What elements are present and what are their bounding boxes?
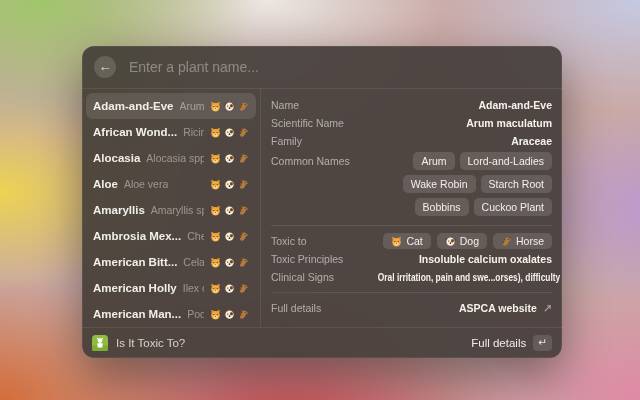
horse-icon	[238, 179, 249, 190]
horse-icon	[238, 283, 249, 294]
horse-icon	[238, 101, 249, 112]
search-bar: ←	[82, 46, 562, 89]
toxicity-icons	[210, 231, 249, 242]
toxic-to-horse-tag: Horse	[493, 233, 552, 249]
cat-icon	[210, 179, 221, 190]
cat-icon	[210, 101, 221, 112]
detail-value: Adam-and-Eve	[478, 99, 552, 111]
back-button[interactable]: ←	[94, 56, 116, 78]
external-link-icon: ↗	[543, 302, 552, 315]
aspca-website-link[interactable]: ASPCA website ↗	[459, 302, 552, 315]
plant-title: Adam-and-Eve	[93, 100, 174, 112]
full-details-action-button[interactable]: Full details ↵	[471, 335, 552, 351]
detail-panel: Name Adam-and-Eve Scientific Name Arum m…	[261, 89, 562, 327]
plant-title: American Man...	[93, 308, 181, 320]
dog-icon	[224, 283, 235, 294]
dog-icon	[224, 179, 235, 190]
action-bar: Is It Toxic To? Full details ↵	[82, 327, 562, 358]
plant-subtitle: Podophyl...	[187, 308, 204, 320]
content-area: Adam-and-Eve Arum mac... African Wond...…	[82, 89, 562, 327]
launcher-window: ← Adam-and-Eve Arum mac... African Wond.…	[82, 46, 562, 358]
back-arrow-icon: ←	[99, 56, 112, 78]
list-item[interactable]: Ambrosia Mex... Chenopo...	[86, 223, 256, 249]
plant-subtitle: Celastrus...	[183, 256, 204, 268]
plant-subtitle: Ilex opaca	[183, 282, 204, 294]
detail-row-scientific-name: Scientific Name Arum maculatum	[271, 114, 552, 132]
desktop-background: ← Adam-and-Eve Arum mac... African Wond.…	[0, 0, 640, 400]
search-input[interactable]	[127, 58, 550, 76]
app-icon	[92, 335, 108, 351]
list-item[interactable]: American Bitt... Celastrus...	[86, 249, 256, 275]
list-item[interactable]: Adam-and-Eve Arum mac...	[86, 93, 256, 119]
list-item[interactable]: Alocasia Alocasia spp.	[86, 145, 256, 171]
dog-icon	[445, 236, 456, 247]
detail-row-toxic-principles: Toxic Principles Insoluble calcium oxala…	[271, 250, 552, 268]
toxicity-icons	[210, 257, 249, 268]
tag: Starch Root	[481, 175, 552, 193]
dog-icon	[224, 153, 235, 164]
detail-row-family: Family Araceae	[271, 132, 552, 150]
tag-label: Dog	[460, 235, 479, 247]
horse-icon	[238, 205, 249, 216]
detail-label: Family	[271, 135, 302, 147]
tag: Bobbins	[415, 198, 469, 216]
common-name-tags: Arum Lord-and-Ladies Wake Robin Starch R…	[350, 152, 552, 216]
list-item[interactable]: Aloe Aloe vera	[86, 171, 256, 197]
toxicity-icons	[210, 127, 249, 138]
tag: Lord-and-Ladies	[460, 152, 552, 170]
dog-icon	[224, 127, 235, 138]
cat-icon	[210, 153, 221, 164]
plant-title: Amaryllis	[93, 204, 145, 216]
link-label: ASPCA website	[459, 302, 537, 314]
list-item[interactable]: Amaryllis Amaryllis spp.	[86, 197, 256, 223]
plant-title: American Bitt...	[93, 256, 177, 268]
plant-title: Alocasia	[93, 152, 140, 164]
detail-label: Clinical Signs	[271, 271, 334, 283]
detail-row-toxic-to: Toxic to Cat Dog Horse	[271, 232, 552, 250]
toxicity-icons	[210, 283, 249, 294]
cat-icon	[210, 257, 221, 268]
horse-icon	[238, 153, 249, 164]
detail-label: Full details	[271, 302, 321, 314]
dog-icon	[224, 309, 235, 320]
plant-subtitle: Ricinus c...	[183, 126, 204, 138]
plant-title: African Wond...	[93, 126, 177, 138]
list-item[interactable]: African Wond... Ricinus c...	[86, 119, 256, 145]
plant-subtitle: Chenopo...	[187, 230, 204, 242]
cat-icon	[210, 205, 221, 216]
enter-key-icon: ↵	[533, 335, 552, 351]
tag: Arum	[413, 152, 454, 170]
detail-label: Common Names	[271, 155, 350, 167]
plant-subtitle: Amaryllis spp.	[151, 204, 204, 216]
plant-subtitle: Alocasia spp.	[146, 152, 204, 164]
detail-row-full-details: Full details ASPCA website ↗	[271, 299, 552, 317]
detail-label: Toxic to	[271, 235, 307, 247]
tag: Cuckoo Plant	[474, 198, 552, 216]
divider	[271, 225, 552, 226]
plant-title: American Holly	[93, 282, 177, 294]
toxicity-icons	[210, 309, 249, 320]
list-item[interactable]: American Man... Podophyl...	[86, 301, 256, 327]
toxicity-icons	[210, 153, 249, 164]
action-label: Full details	[471, 337, 526, 349]
tag: Wake Robin	[403, 175, 476, 193]
cat-icon	[210, 127, 221, 138]
plant-subtitle: Arum mac...	[180, 100, 204, 112]
detail-value: Arum maculatum	[466, 117, 552, 129]
app-name: Is It Toxic To?	[116, 337, 185, 349]
list-item[interactable]: American Holly Ilex opaca	[86, 275, 256, 301]
cat-icon	[210, 283, 221, 294]
toxicity-icons	[210, 205, 249, 216]
detail-label: Scientific Name	[271, 117, 344, 129]
dog-icon	[224, 101, 235, 112]
cat-icon	[210, 231, 221, 242]
toxic-to-cat-tag: Cat	[383, 233, 430, 249]
dog-icon	[224, 205, 235, 216]
plant-title: Aloe	[93, 178, 118, 190]
detail-row-clinical-signs: Clinical Signs Oral irritation, pain and…	[271, 268, 552, 286]
toxic-to-tags: Cat Dog Horse	[383, 233, 552, 249]
plant-list: Adam-and-Eve Arum mac... African Wond...…	[82, 89, 261, 327]
plant-title: Ambrosia Mex...	[93, 230, 181, 242]
toxic-to-dog-tag: Dog	[437, 233, 487, 249]
detail-value: Oral irritation, pain and swe...orses), …	[378, 272, 562, 283]
